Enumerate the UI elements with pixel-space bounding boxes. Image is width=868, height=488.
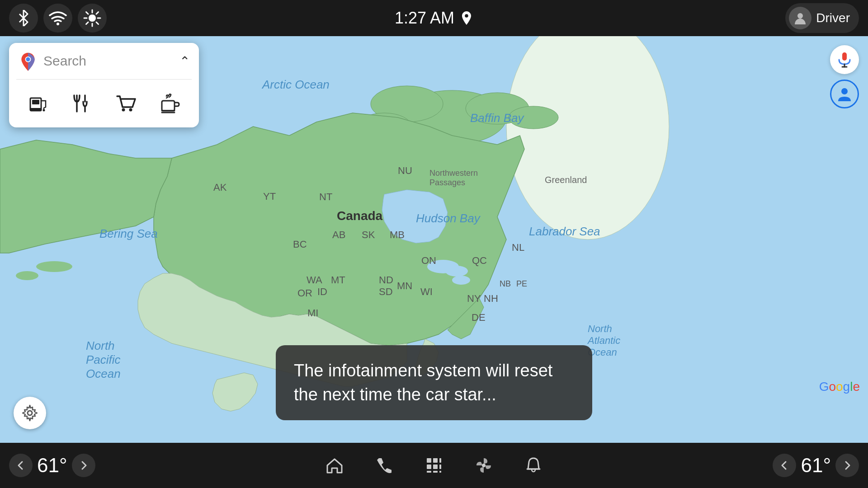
settings-button[interactable] [14,397,46,429]
svg-rect-42 [433,458,438,463]
search-shortcuts [9,80,199,127]
voice-button[interactable] [830,45,859,74]
temp-left-display: 61° [37,454,67,477]
wifi-button[interactable] [43,4,72,33]
chevron-up-icon: ⌃ [179,54,190,69]
svg-point-28 [42,109,45,112]
top-bar: 1:27 AM Driver [0,0,868,36]
left-arrow-icon [15,460,26,471]
wifi-icon [49,11,67,25]
svg-rect-41 [427,458,431,463]
top-bar-right: Driver [785,3,859,33]
top-bar-time-area: 1:27 AM [395,9,473,28]
driver-avatar [789,7,811,29]
svg-rect-36 [842,52,847,61]
brightness-button[interactable] [78,4,107,33]
svg-rect-34 [162,101,175,111]
svg-point-18 [36,261,72,272]
restaurant-shortcut-button[interactable] [66,88,98,119]
svg-rect-49 [439,471,441,473]
search-bar[interactable]: Search ⌃ [9,43,199,79]
coffee-icon [158,92,182,115]
svg-rect-26 [32,100,39,104]
driver-label: Driver [816,11,850,25]
svg-point-21 [445,266,468,277]
temp-left-next-button[interactable] [72,454,95,477]
svg-point-22 [452,276,470,285]
grocery-icon [114,92,138,115]
search-card: Search ⌃ [9,43,199,127]
gas-station-icon [27,92,50,115]
climate-nav-button[interactable] [470,452,497,479]
svg-line-9 [86,22,89,24]
svg-point-33 [129,108,132,112]
svg-rect-27 [30,108,41,111]
bottom-left-controls: 61° [9,454,95,477]
brightness-icon [83,9,101,27]
user-circle-icon [835,85,854,103]
driver-button[interactable]: Driver [785,3,859,33]
bottom-bar: 61° [0,443,868,488]
bluetooth-icon [15,10,32,26]
apps-nav-button[interactable] [420,452,448,479]
coffee-shortcut-button[interactable] [154,88,186,119]
bottom-right-controls: 61° [773,454,859,477]
notifications-nav-button[interactable] [520,452,547,479]
restaurant-icon [71,92,94,115]
svg-rect-44 [427,465,431,469]
svg-rect-45 [433,465,438,469]
svg-point-39 [841,88,848,94]
bluetooth-button[interactable] [9,4,38,33]
google-logo: Google [819,380,860,394]
phone-icon [374,455,394,475]
toast-notification: The infotainment system will reset the n… [276,345,592,420]
svg-point-40 [28,411,32,415]
map-profile-button[interactable] [830,80,859,108]
bell-icon [524,455,543,475]
svg-line-8 [96,12,99,14]
temp-right-next-button[interactable] [835,454,859,477]
time-display: 1:27 AM [395,9,454,28]
home-icon [325,455,344,475]
svg-rect-47 [427,471,431,473]
left-arrow-right-icon [779,460,790,471]
svg-point-0 [57,23,59,25]
gas-shortcut-button[interactable] [23,88,54,119]
phone-nav-button[interactable] [371,452,398,479]
home-nav-button[interactable] [321,452,348,479]
grocery-shortcut-button[interactable] [110,88,142,119]
svg-point-24 [26,57,30,61]
temp-left-prev-button[interactable] [9,454,33,477]
microphone-icon [836,52,853,68]
svg-rect-46 [439,465,441,469]
temp-right-prev-button[interactable] [773,454,796,477]
svg-rect-48 [433,471,438,473]
person-icon [793,11,807,25]
right-arrow-right-icon [842,460,853,471]
map-top-right-controls [830,45,859,108]
svg-point-17 [509,106,558,129]
svg-line-6 [86,12,89,14]
right-arrow-icon [78,460,89,471]
settings-gear-icon [21,404,38,422]
svg-point-1 [89,14,96,22]
svg-point-19 [16,271,38,280]
bottom-center-nav [321,452,547,479]
search-placeholder: Search [43,53,174,69]
top-bar-controls [9,4,107,33]
svg-point-50 [482,464,486,467]
maps-logo-icon [18,51,38,71]
svg-rect-43 [439,458,441,463]
svg-line-7 [96,22,99,24]
svg-point-32 [122,108,125,112]
fan-icon [474,455,494,475]
apps-grid-icon [424,455,444,475]
svg-point-10 [797,13,803,19]
toast-text: The infotainment system will reset the n… [294,361,552,404]
location-pin-icon [460,10,473,26]
temp-right-display: 61° [801,454,831,477]
